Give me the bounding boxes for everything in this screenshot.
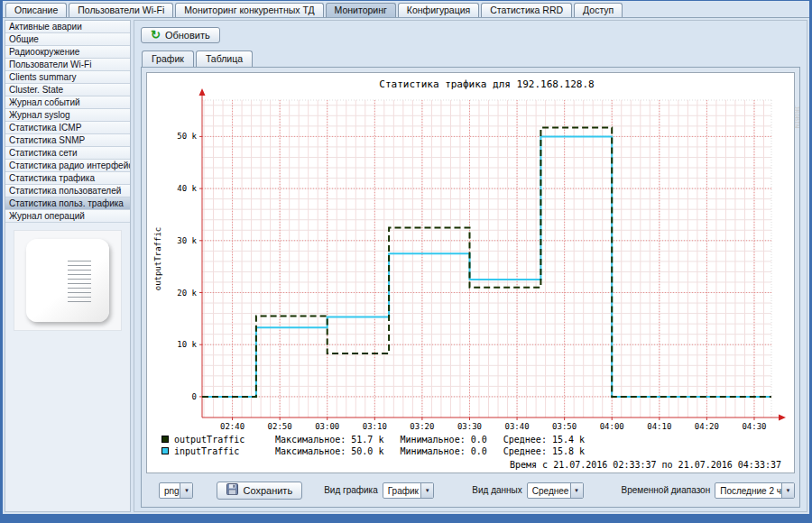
export-controls: png ▼ Сохранить Вид графика График ▼ <box>146 482 795 500</box>
tab-table[interactable]: Таблица <box>196 50 253 67</box>
view-tab-bar: График Таблица <box>141 50 800 67</box>
svg-text:04:10: 04:10 <box>647 422 671 431</box>
format-select[interactable]: png ▼ <box>159 482 193 499</box>
svg-text:50 k: 50 k <box>177 132 197 141</box>
legend-swatch-input <box>161 447 169 454</box>
refresh-button-label: Обновить <box>165 30 210 41</box>
sidebar-item-active-alarms[interactable]: Активные аварии <box>5 21 130 33</box>
svg-text:Статистика трафика для 192.168: Статистика трафика для 192.168.128.8 <box>379 78 594 90</box>
legend-avg-value: Среднее: 15.4 k <box>503 435 585 445</box>
data-kind-label: Вид данных <box>472 485 522 495</box>
legend-series-name: inputTraffic <box>174 446 275 456</box>
save-icon <box>226 483 238 497</box>
legend-max-value: Максимальное: 50.0 k <box>275 446 383 456</box>
svg-text:20 k: 20 k <box>177 288 197 297</box>
svg-text:03:30: 03:30 <box>457 422 482 431</box>
device-photo <box>14 230 122 331</box>
graph-kind-select[interactable]: График ▼ <box>383 482 435 499</box>
refresh-icon: ↻ <box>151 30 161 40</box>
top-tab-bar: Описание Пользователи Wi-Fi Мониторинг к… <box>3 1 809 18</box>
chevron-down-icon[interactable]: ▼ <box>420 483 433 498</box>
sidebar-item-operations-log[interactable]: Журнал операций <box>5 210 130 223</box>
sidebar-item-snmp-stats[interactable]: Статистика SNMP <box>5 134 130 147</box>
sidebar-item-wifi-users[interactable]: Пользователи Wi-Fi <box>5 59 130 71</box>
svg-text:30 k: 30 k <box>177 235 197 244</box>
top-tab-competitor-ap-monitoring[interactable]: Мониторинг конкурентных ТД <box>175 3 323 17</box>
save-button-label: Сохранить <box>243 485 292 496</box>
svg-text:04:00: 04:00 <box>600 422 624 431</box>
legend-series-name: outputTraffic <box>174 435 275 445</box>
main-panel: ↻ Обновить График Таблица 02:4002:5003:0… <box>134 20 807 512</box>
traffic-chart: 02:4002:5003:0003:1003:2003:3003:4003:50… <box>151 75 800 434</box>
time-range-select-label: Временной диапазон <box>622 485 711 495</box>
legend-row-input: inputTraffic Максимальное: 50.0 k Минима… <box>161 445 790 457</box>
top-tab-access[interactable]: Доступ <box>574 3 623 17</box>
sidebar-item-syslog[interactable]: Журнал syslog <box>5 109 130 122</box>
sidebar-item-clients-summary[interactable]: Clients summary <box>5 71 130 84</box>
top-tab-wifi-users[interactable]: Пользователи Wi-Fi <box>69 3 173 17</box>
sidebar-item-general[interactable]: Общие <box>5 33 130 46</box>
sidebar-item-icmp-stats[interactable]: Статистика ICMP <box>5 122 130 134</box>
app-window: Описание Пользователи Wi-Fi Мониторинг к… <box>3 1 809 514</box>
svg-text:03:50: 03:50 <box>552 422 577 431</box>
top-tab-description[interactable]: Описание <box>5 3 67 17</box>
svg-text:03:40: 03:40 <box>505 422 530 431</box>
svg-text:outputTraffic: outputTraffic <box>153 226 162 289</box>
content-area: Активные аварии Общие Радиоокружение Пол… <box>3 18 809 514</box>
device-grille <box>68 261 91 302</box>
format-select-value: png <box>160 483 180 498</box>
access-point-image <box>26 239 109 322</box>
time-range-select[interactable]: Последние 2 часа ▼ <box>715 482 795 499</box>
top-tab-monitoring[interactable]: Мониторинг <box>326 3 396 17</box>
svg-text:JROBIN: JROBIN <box>793 106 800 128</box>
svg-text:02:40: 02:40 <box>220 422 245 431</box>
sidebar-item-traffic-stats[interactable]: Статистика трафика <box>5 172 130 185</box>
toolbar: ↻ Обновить <box>141 26 800 43</box>
refresh-button[interactable]: ↻ Обновить <box>141 27 220 43</box>
sidebar-item-radio-environment[interactable]: Радиоокружение <box>5 46 130 59</box>
chevron-down-icon[interactable]: ▼ <box>180 483 192 498</box>
legend-swatch-output <box>161 436 169 443</box>
sidebar: Активные аварии Общие Радиоокружение Пол… <box>5 20 131 512</box>
chevron-down-icon[interactable]: ▼ <box>781 483 794 498</box>
top-tab-rrd-statistics[interactable]: Статистика RRD <box>481 3 572 17</box>
sidebar-item-user-stats[interactable]: Статистика пользователей <box>5 185 130 197</box>
graph-kind-label: Вид графика <box>324 485 378 495</box>
sidebar-item-radio-interface-stats[interactable]: Статистика радио интерфейсов <box>5 160 130 172</box>
graph-kind-select-value: График <box>383 483 421 498</box>
chart-legend: outputTraffic Максимальное: 51.7 k Миним… <box>161 434 790 457</box>
save-button[interactable]: Сохранить <box>217 482 302 500</box>
tab-graph[interactable]: График <box>142 50 194 67</box>
svg-text:02:50: 02:50 <box>268 422 292 431</box>
svg-text:04:30: 04:30 <box>742 422 766 431</box>
graph-tab-content: 02:4002:5003:0003:1003:2003:3003:4003:50… <box>141 67 800 509</box>
time-range-label: Время с 21.07.2016 02:33:37 по 21.07.201… <box>151 457 790 470</box>
svg-text:03:00: 03:00 <box>315 422 339 431</box>
sidebar-item-event-log[interactable]: Журнал событий <box>5 96 130 109</box>
svg-text:03:10: 03:10 <box>363 422 387 431</box>
sidebar-item-cluster-state[interactable]: Cluster. State <box>5 84 130 96</box>
svg-text:10 k: 10 k <box>177 340 197 349</box>
chart-box: 02:4002:5003:0003:1003:2003:3003:4003:50… <box>146 72 795 473</box>
data-kind-select-value: Среднее <box>528 483 570 498</box>
svg-text:40 k: 40 k <box>177 184 197 193</box>
legend-min-value: Минимальное: 0.0 <box>400 435 486 445</box>
svg-text:04:20: 04:20 <box>695 422 719 431</box>
legend-max-value: Максимальное: 51.7 k <box>275 435 383 445</box>
data-kind-select[interactable]: Среднее ▼ <box>527 482 584 499</box>
sidebar-item-network-stats[interactable]: Статистика сети <box>5 147 130 160</box>
top-tab-configuration[interactable]: Конфигурация <box>398 3 479 17</box>
legend-avg-value: Среднее: 15.8 k <box>503 446 585 456</box>
time-range-select-value: Последние 2 часа <box>715 483 781 498</box>
svg-text:0: 0 <box>192 391 197 400</box>
svg-text:03:20: 03:20 <box>410 422 434 431</box>
legend-row-output: outputTraffic Максимальное: 51.7 k Миним… <box>161 434 790 445</box>
sidebar-item-user-traffic-stats[interactable]: Статистика польз. трафика <box>5 197 130 210</box>
legend-min-value: Минимальное: 0.0 <box>400 446 486 456</box>
chevron-down-icon[interactable]: ▼ <box>570 483 583 498</box>
